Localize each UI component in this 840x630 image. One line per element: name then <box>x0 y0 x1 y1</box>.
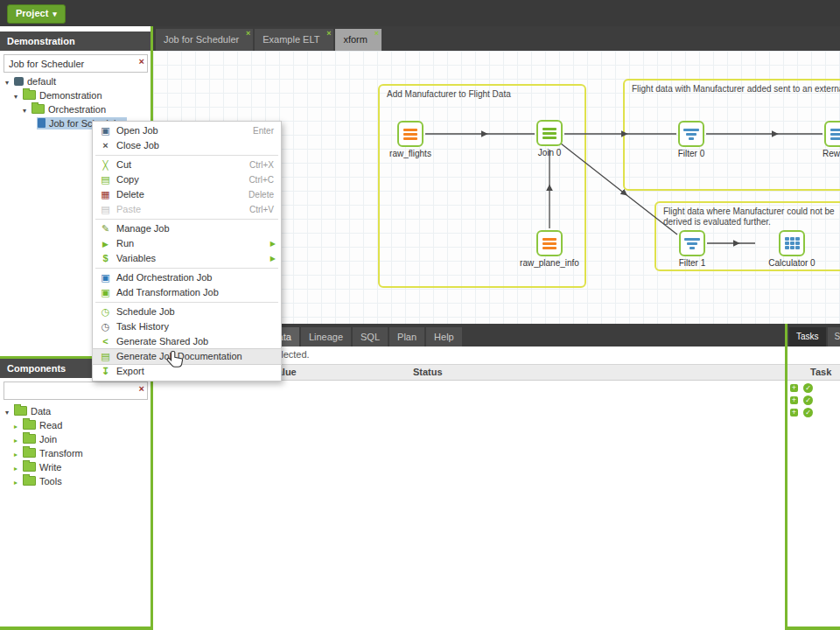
canvas-tab-job-for-scheduler[interactable]: Job for Scheduler <box>156 29 253 51</box>
node-join-0[interactable]: Join 0 <box>514 120 584 158</box>
tab-plan[interactable]: Plan <box>389 327 424 346</box>
tree-item-label: Transform <box>39 448 83 458</box>
node-filter-1[interactable]: Filter 1 <box>657 230 727 268</box>
menu-item-manage-job[interactable]: Manage Job <box>93 221 281 236</box>
explorer-search-input[interactable] <box>4 55 147 72</box>
menu-item-cut[interactable]: CutCtrl+X <box>93 158 281 172</box>
node-label: Filter 1 <box>657 258 727 268</box>
tab-tasks[interactable]: Tasks <box>789 327 826 346</box>
chevron-down-icon[interactable] <box>23 104 32 118</box>
filter-icon <box>679 230 705 256</box>
tree-item-label: Tools <box>39 476 62 486</box>
tab-label: Help <box>434 332 454 342</box>
folder-icon <box>23 476 36 486</box>
menu-item-shortcut: Ctrl+V <box>249 202 274 217</box>
node-raw-plane-info[interactable]: raw_plane_info <box>514 230 584 268</box>
menu-item-add-orchestration-job[interactable]: Add Orchestration Job <box>93 270 281 285</box>
expand-plus-icon[interactable] <box>790 384 798 392</box>
canvas-tab-bar: Job for Scheduler Example ELT xform <box>153 26 840 51</box>
add-transformation-job-icon <box>99 285 112 300</box>
chevron-down-icon[interactable] <box>14 90 23 104</box>
menu-item-shortcut: Ctrl+X <box>249 158 274 172</box>
tasks-panel: Tasks Search Task <box>788 324 840 630</box>
tab-help[interactable]: Help <box>426 327 462 346</box>
tree-item-default[interactable]: default <box>5 74 56 88</box>
canvas-tab-xform[interactable]: xform <box>335 29 382 51</box>
variables-icon <box>99 251 112 266</box>
chevron-down-icon[interactable] <box>5 406 14 420</box>
tab-search[interactable]: Search <box>828 327 840 346</box>
task-row[interactable] <box>790 406 813 417</box>
job-context-menu: Open JobEnter Close Job CutCtrl+X CopyCt… <box>92 121 282 382</box>
component-group-read[interactable]: Read <box>14 418 62 432</box>
menu-item-copy[interactable]: CopyCtrl+C <box>93 172 281 187</box>
menu-item-delete[interactable]: DeleteDelete <box>93 187 281 202</box>
tab-sql[interactable]: SQL <box>353 327 388 346</box>
menu-item-shortcut: Ctrl+C <box>248 172 274 187</box>
job-icon <box>38 118 46 128</box>
tree-item-demonstration[interactable]: Demonstration <box>14 88 102 102</box>
tab-label: Example ELT <box>262 34 319 45</box>
menu-item-variables[interactable]: Variables <box>93 251 281 266</box>
window-border <box>785 626 840 630</box>
menu-item-run[interactable]: Run <box>93 236 281 251</box>
component-group-transform[interactable]: Transform <box>14 446 83 460</box>
tree-item-label: Demonstration <box>39 90 102 101</box>
menu-item-label: Schedule Job <box>116 306 175 317</box>
components-panel-title: Components <box>7 363 66 374</box>
expand-plus-icon[interactable] <box>790 396 798 404</box>
menu-item-schedule-job[interactable]: Schedule Job <box>93 304 281 319</box>
success-check-icon <box>803 408 813 417</box>
tree-item-orchestration[interactable]: Orchestration <box>23 102 106 116</box>
node-filter-0[interactable]: Filter 0 <box>656 121 726 158</box>
add-orchestration-job-icon <box>99 270 112 285</box>
menu-item-generate-shared-job[interactable]: Generate Shared Job <box>93 334 281 349</box>
close-tab-icon[interactable] <box>326 30 331 38</box>
menu-item-shortcut: Enter <box>253 123 274 138</box>
manage-job-icon <box>99 221 112 236</box>
generate-job-documentation-icon <box>99 349 112 364</box>
success-check-icon <box>803 383 813 393</box>
export-icon <box>99 364 112 379</box>
menu-item-generate-job-documentation[interactable]: Generate Job Documentation <box>93 349 281 364</box>
task-history-icon <box>99 319 112 334</box>
menu-item-label: Add Transformation Job <box>116 287 219 298</box>
node-raw-flights[interactable]: raw_flights <box>375 121 445 158</box>
project-menu-label: Project <box>16 8 48 18</box>
menu-item-task-history[interactable]: Task History <box>93 319 281 334</box>
submenu-arrow-icon <box>270 236 276 251</box>
tab-label: Plan <box>397 332 416 342</box>
node-rewrite[interactable]: Rewrite <box>802 121 840 158</box>
tab-label: Tasks <box>796 332 819 341</box>
tab-lineage[interactable]: Lineage <box>301 327 351 346</box>
schedule-job-icon <box>99 304 112 319</box>
component-group-tools[interactable]: Tools <box>14 474 62 488</box>
menu-item-export[interactable]: Export <box>93 364 281 379</box>
component-group-data[interactable]: Data <box>5 404 51 418</box>
folder-icon <box>14 406 27 416</box>
chevron-down-icon[interactable] <box>5 76 14 90</box>
clear-search-icon[interactable] <box>139 56 144 66</box>
menu-item-close-job[interactable]: Close Job <box>93 138 281 153</box>
task-row[interactable] <box>790 394 813 405</box>
tab-label: Search <box>835 332 840 341</box>
component-group-write[interactable]: Write <box>14 460 61 474</box>
canvas-tab-example-elt[interactable]: Example ELT <box>255 29 333 51</box>
expand-plus-icon[interactable] <box>790 409 798 416</box>
project-menu-button[interactable]: Project <box>7 4 66 24</box>
chevron-right-icon[interactable] <box>14 476 23 490</box>
menu-item-shortcut: Delete <box>248 187 274 202</box>
tree-item-label: Write <box>39 462 61 472</box>
menu-item-add-transformation-job[interactable]: Add Transformation Job <box>93 285 281 300</box>
node-calculator-0[interactable]: Calculator 0 <box>757 230 827 268</box>
node-label: Join 0 <box>514 148 584 158</box>
menu-separator <box>95 302 278 303</box>
close-tab-icon[interactable] <box>246 30 250 38</box>
filter-icon <box>678 121 704 147</box>
clear-search-icon[interactable] <box>139 383 144 394</box>
close-tab-icon[interactable] <box>374 30 379 38</box>
task-row[interactable] <box>790 382 813 393</box>
components-search-input[interactable] <box>4 382 147 399</box>
menu-item-open-job[interactable]: Open JobEnter <box>93 123 281 138</box>
component-group-join[interactable]: Join <box>14 432 57 446</box>
